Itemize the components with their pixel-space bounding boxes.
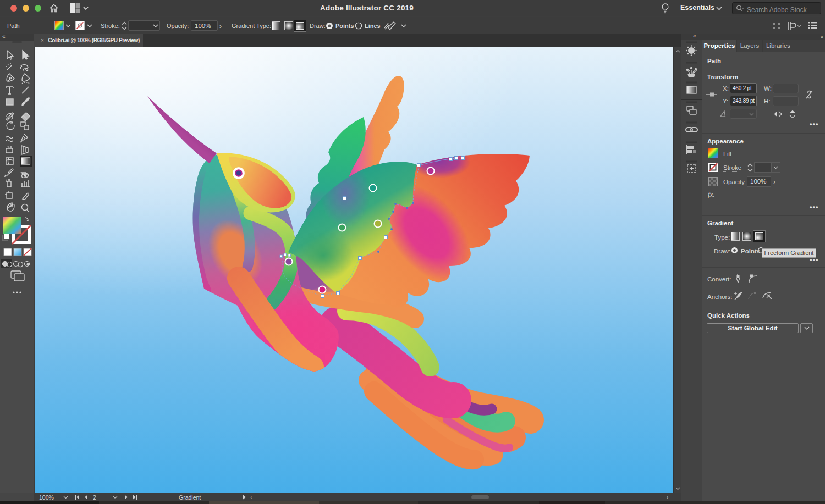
svg-text::: : (726, 112, 728, 118)
